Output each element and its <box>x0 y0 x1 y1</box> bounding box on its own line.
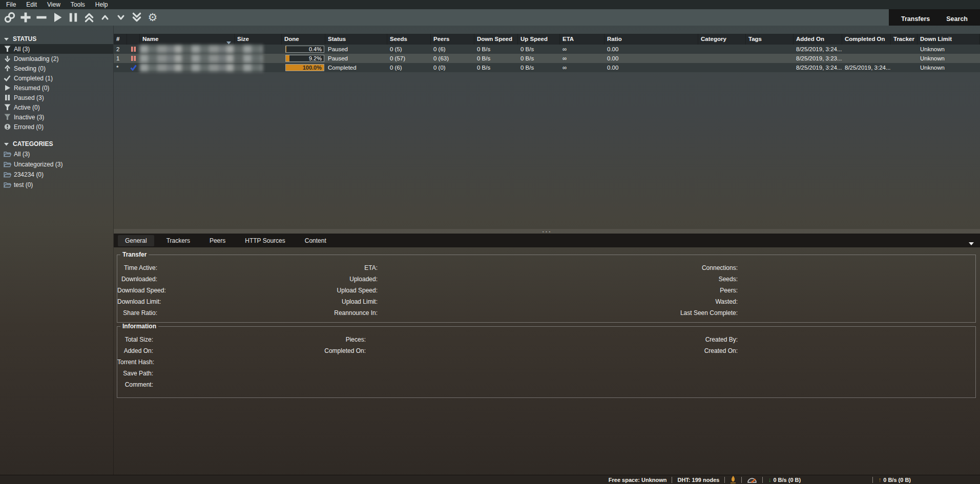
pause-icon <box>3 94 11 101</box>
chevron-down-icon[interactable] <box>969 239 974 248</box>
col-header-completedon[interactable]: Completed On <box>842 34 891 45</box>
sidebar-category-234234[interactable]: 234234 (0) <box>0 170 113 180</box>
sidebar-category-all[interactable]: All (3) <box>0 149 113 159</box>
sidebar-item-inactive[interactable]: Inactive (3) <box>0 112 113 122</box>
panel-splitter[interactable]: ··· <box>114 229 980 234</box>
move-bottom-icon <box>131 12 142 23</box>
field-label: Time Active: <box>117 264 157 271</box>
tab-content[interactable]: Content <box>298 235 333 246</box>
row-upspeed: 0 B/s <box>518 63 560 72</box>
tab-search[interactable]: Search <box>943 14 971 24</box>
add-magnet-button[interactable] <box>3 11 16 24</box>
col-header-ratio[interactable]: Ratio <box>604 34 698 45</box>
sidebar-item-all[interactable]: All (3) <box>0 44 113 54</box>
tab-general[interactable]: General <box>118 235 154 246</box>
pause-button[interactable] <box>67 11 80 24</box>
categories-section-header[interactable]: CATEGORIES <box>0 139 113 149</box>
col-header-upspeed[interactable]: Up Speed <box>518 34 560 45</box>
col-header-downlimit[interactable]: Down Limit <box>918 34 980 45</box>
tab-trackers[interactable]: Trackers <box>159 235 197 246</box>
col-header-peers[interactable]: Peers <box>431 34 474 45</box>
row-num: 2 <box>114 45 127 54</box>
move-top-button[interactable] <box>82 11 96 24</box>
row-ratio: 0.00 <box>604 54 698 63</box>
col-header-size[interactable]: Size <box>235 34 282 45</box>
col-header-done[interactable]: Done <box>282 34 325 45</box>
menu-help[interactable]: Help <box>90 1 113 8</box>
field-label: Torrent Hash: <box>117 359 153 366</box>
tab-peers[interactable]: Peers <box>202 235 233 246</box>
col-header-name[interactable]: Name <box>140 34 235 45</box>
col-header-stateicon[interactable] <box>127 34 140 45</box>
funnel-icon <box>3 46 11 52</box>
dht-nodes-label: DHT: 199 nodes <box>672 477 724 483</box>
row-eta: ∞ <box>560 63 604 72</box>
row-completedon: 8/25/2019, 3:24... <box>842 63 891 72</box>
col-header-status[interactable]: Status <box>325 34 387 45</box>
sidebar-item-downloading[interactable]: Downloading (2) <box>0 54 113 64</box>
menu-view[interactable]: View <box>42 1 66 8</box>
menu-edit[interactable]: Edit <box>21 1 42 8</box>
col-header-addedon[interactable]: Added On <box>794 34 842 45</box>
row-ratio: 0.00 <box>604 63 698 72</box>
col-header-num[interactable]: # <box>114 34 127 45</box>
col-header-seeds[interactable]: Seeds <box>387 34 431 45</box>
sidebar-item-active[interactable]: Active (0) <box>0 102 113 112</box>
blurred-torrent-name <box>140 45 263 53</box>
row-downlimit: Unknown <box>918 45 980 54</box>
sidebar-item-paused[interactable]: Paused (3) <box>0 93 113 102</box>
sidebar-item-resumed[interactable]: Resumed (0) <box>0 83 113 93</box>
col-header-eta[interactable]: ETA <box>560 34 604 45</box>
add-torrent-button[interactable] <box>19 11 32 24</box>
sidebar-category-test[interactable]: test (0) <box>0 180 113 190</box>
tab-http-sources[interactable]: HTTP Sources <box>238 235 292 246</box>
row-seeds: 0 (5) <box>387 45 431 54</box>
field-label: Download Speed: <box>117 287 157 294</box>
row-eta: ∞ <box>560 45 604 54</box>
resume-button[interactable] <box>51 11 64 24</box>
row-category <box>698 45 746 54</box>
sidebar-item-label: test (0) <box>14 181 33 188</box>
move-up-icon <box>100 12 110 23</box>
move-down-button[interactable] <box>114 11 128 24</box>
sidebar-item-label: Inactive (3) <box>14 114 44 121</box>
sidebar-category-uncategorized[interactable]: Uncategorized (3) <box>0 159 113 170</box>
table-row[interactable]: 1 9.2% Paused 0 (57) 0 (63) 0 B/s 0 B/s … <box>114 54 980 63</box>
field-label: Upload Speed: <box>157 287 378 294</box>
remove-torrent-button[interactable] <box>35 11 48 24</box>
field-label: Pieces: <box>153 336 366 343</box>
folder-icon <box>3 182 11 188</box>
move-bottom-button[interactable] <box>130 11 143 24</box>
field-label: Downloaded: <box>117 276 157 283</box>
row-tracker <box>891 54 918 63</box>
alt-speed-limits-button[interactable] <box>742 476 762 484</box>
connection-status-button[interactable] <box>725 475 741 484</box>
row-addedon: 8/25/2019, 3:24... <box>794 63 842 72</box>
options-button[interactable]: ⚙ <box>146 11 159 24</box>
col-header-tracker[interactable]: Tracker <box>891 34 918 45</box>
download-speed-status: ↓ 0 B/s (0 B) <box>763 476 806 483</box>
col-header-category[interactable]: Category <box>698 34 746 45</box>
table-row[interactable]: * 100.0% Completed 0 (6) 0 (0) 0 B/s 0 B… <box>114 63 980 72</box>
sidebar-item-seeding[interactable]: Seeding (0) <box>0 64 113 73</box>
row-completedon <box>842 54 891 63</box>
col-header-downspeed[interactable]: Down Speed <box>474 34 518 45</box>
tab-transfers[interactable]: Transfers <box>898 14 933 24</box>
menu-tools[interactable]: Tools <box>66 1 90 8</box>
progress-bar: 0.4% <box>285 46 324 53</box>
torrent-table: # Name Size Done Status Seeds Peers Down… <box>114 26 980 72</box>
row-category <box>698 63 746 72</box>
sidebar-item-label: 234234 (0) <box>14 171 44 178</box>
menu-file[interactable]: File <box>1 1 21 8</box>
table-row[interactable]: 2 0.4% Paused 0 (5) 0 (6) 0 B/s 0 B/s ∞ … <box>114 45 980 54</box>
sidebar-item-label: Active (0) <box>14 104 40 111</box>
sidebar-item-errored[interactable]: Errored (0) <box>0 122 113 132</box>
col-header-tags[interactable]: Tags <box>746 34 794 45</box>
status-section-header[interactable]: STATUS <box>0 34 113 44</box>
row-addedon: 8/25/2019, 3:24... <box>794 45 842 54</box>
row-seeds: 0 (6) <box>387 63 431 72</box>
move-up-button[interactable] <box>98 11 112 24</box>
row-upspeed: 0 B/s <box>518 54 560 63</box>
sidebar-item-completed[interactable]: Completed (1) <box>0 73 113 83</box>
menu-bar: File Edit View Tools Help <box>0 0 980 9</box>
